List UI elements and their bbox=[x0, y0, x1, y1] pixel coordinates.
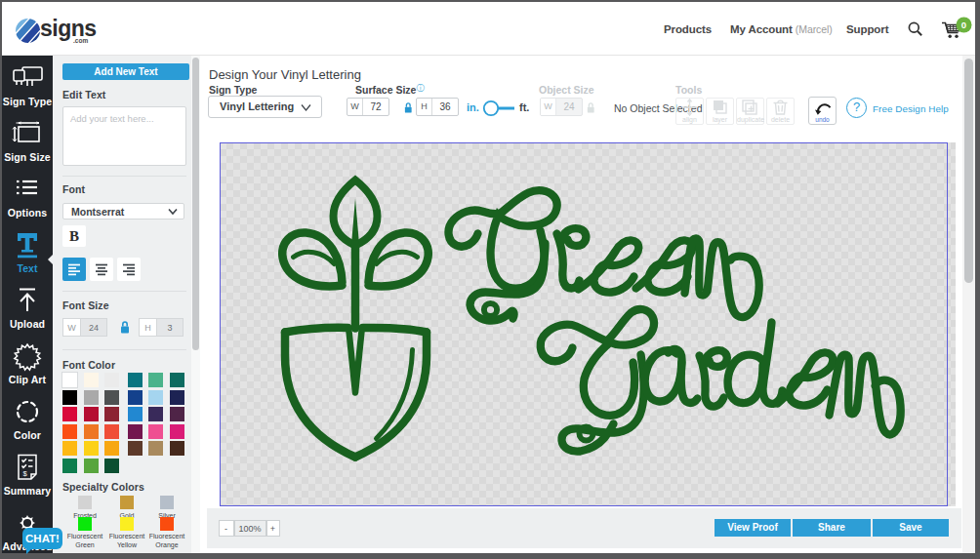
svg-text:0: 0 bbox=[961, 20, 966, 30]
svg-text:$: $ bbox=[23, 469, 28, 478]
